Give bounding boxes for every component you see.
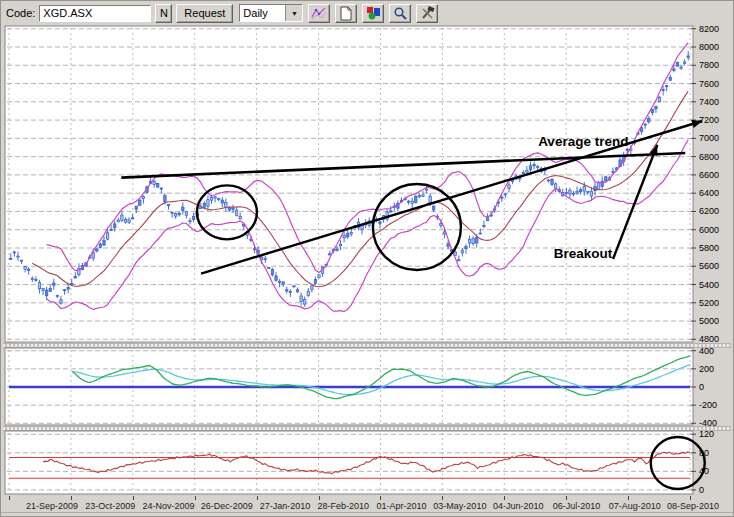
x-axis-tick <box>566 496 567 500</box>
x-axis-tick <box>380 496 381 500</box>
n-button[interactable]: N <box>155 4 172 23</box>
chevron-down-icon: ▼ <box>285 5 302 21</box>
y-axis-label: 5800 <box>699 243 719 253</box>
price-chart: 8200800078007600740072007000680066006400… <box>1 26 734 343</box>
x-axis-label: 27-Jan-2010 <box>260 501 311 511</box>
code-input[interactable] <box>39 5 151 22</box>
x-axis-tick <box>319 496 320 500</box>
y-axis-label: 6400 <box>699 188 719 198</box>
toolbar: Code: N Request Daily ▼ <box>1 1 733 25</box>
annotation-text: Breakout <box>554 246 613 261</box>
indicator-lines-icon <box>311 6 327 20</box>
magnifier-icon <box>393 6 408 21</box>
y-axis-label: 8200 <box>699 24 719 34</box>
x-axis-tick <box>257 496 258 500</box>
x-axis-tick <box>690 496 691 500</box>
y-axis-label: 7800 <box>699 60 719 70</box>
chart-window: Code: N Request Daily ▼ <box>0 0 734 517</box>
x-axis-label: 04-Jun-2010 <box>493 501 544 511</box>
y-axis-label: 5200 <box>699 298 719 308</box>
x-axis-tick <box>9 496 10 500</box>
hammer-tools-icon <box>420 6 435 21</box>
y-axis-label: 7200 <box>699 115 719 125</box>
y-axis-label: 200 <box>699 364 714 374</box>
y-axis-label: 6200 <box>699 206 719 216</box>
y-axis-label: 400 <box>699 346 714 356</box>
chart-style-button[interactable] <box>362 4 384 23</box>
y-axis-label: 6800 <box>699 152 719 162</box>
y-axis-label: 5400 <box>699 280 719 290</box>
y-axis-label: 7000 <box>699 133 719 143</box>
x-axis-label: 08-Sep-2010 <box>667 501 719 511</box>
zoom-button[interactable] <box>389 4 411 23</box>
x-axis-label: 23-Oct-2009 <box>85 501 135 511</box>
y-axis-label: 5600 <box>699 261 719 271</box>
document-icon <box>339 6 353 21</box>
x-axis-label: 28-Feb-2010 <box>318 501 370 511</box>
rsi-chart: 12080400 <box>1 431 734 495</box>
x-axis-label: 03-May-2010 <box>433 501 486 511</box>
x-axis-tick <box>71 496 72 500</box>
x-axis-tick <box>628 496 629 500</box>
annotation-text: Average trend <box>538 134 628 149</box>
indicators-button[interactable] <box>308 4 330 23</box>
y-axis-label: -200 <box>699 400 717 410</box>
plot-area <box>5 26 693 342</box>
x-axis-label: 06-Jul-2010 <box>553 501 601 511</box>
new-chart-button[interactable] <box>335 4 357 23</box>
y-axis-label: 120 <box>699 429 714 439</box>
x-axis-tick <box>195 496 196 500</box>
x-axis-tick <box>133 496 134 500</box>
period-value: Daily <box>240 5 285 21</box>
oscillator-chart: 4002000-200-400 <box>1 348 734 426</box>
x-axis-tick <box>504 496 505 500</box>
y-axis-label: 0 <box>699 382 704 392</box>
x-axis-label: 01-Apr-2010 <box>377 501 427 511</box>
y-axis-label: 7600 <box>699 79 719 89</box>
x-axis-label: 07-Aug-2010 <box>609 501 661 511</box>
x-axis-label: 24-Nov-2009 <box>143 501 195 511</box>
code-label: Code: <box>6 7 35 19</box>
window-bottom-edge <box>1 512 733 516</box>
plot-area <box>5 431 693 494</box>
y-axis-label: 5000 <box>699 316 719 326</box>
x-axis-label: 21-Sep-2009 <box>26 501 78 511</box>
request-button[interactable]: Request <box>176 4 233 23</box>
y-axis-label: 8000 <box>699 42 719 52</box>
period-select[interactable]: Daily ▼ <box>239 4 303 22</box>
tools-button[interactable] <box>416 4 438 23</box>
y-axis-label: 7400 <box>699 97 719 107</box>
colored-shapes-icon <box>366 6 381 20</box>
y-axis-label: 6600 <box>699 170 719 180</box>
y-axis-label: 0 <box>699 485 704 495</box>
y-axis-label: 6000 <box>699 225 719 235</box>
x-axis-label: 26-Dec-2009 <box>201 501 253 511</box>
x-axis-tick <box>442 496 443 500</box>
